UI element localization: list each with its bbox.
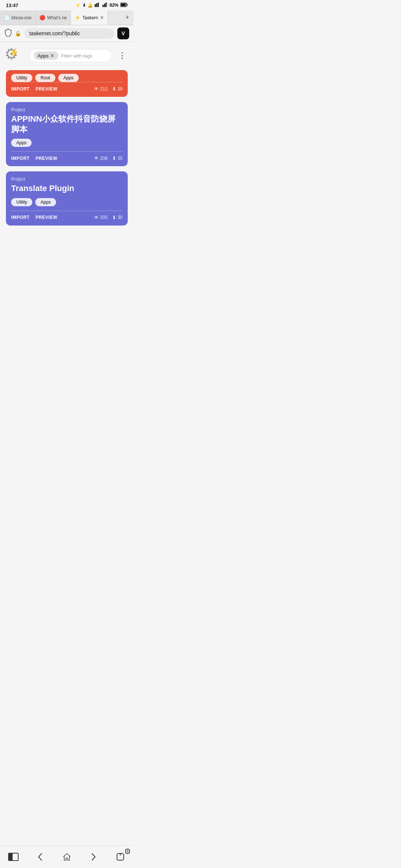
svg-rect-6 [107, 3, 108, 7]
translate-views-count: 205 [100, 215, 108, 220]
remove-tag-button[interactable]: ✕ [50, 53, 55, 59]
card-appinn-title: APPINN小众软件抖音防烧屏脚本 [11, 114, 123, 134]
translate-download-icon: ⬇ [112, 215, 116, 220]
svg-rect-9 [121, 4, 126, 6]
card-divider [11, 82, 123, 82]
translate-eye-icon: 👁 [94, 215, 99, 220]
tag-utility[interactable]: Utility [11, 74, 32, 82]
tab-icon-btsow: 📄 [4, 15, 10, 20]
translate-preview-button[interactable]: PREVIEW [36, 215, 58, 220]
partial-views-stat: 👁 212 [94, 86, 108, 92]
partial-card-stats: 👁 212 ⬇ 39 [94, 86, 123, 92]
tab-icon-taskernet: ⚡ [75, 15, 81, 20]
card-translate-stats: 👁 205 ⬇ 30 [94, 215, 123, 220]
filter-placeholder: Filter with tags [61, 53, 92, 59]
svg-rect-2 [98, 3, 99, 7]
card-translate: Project Translate Plugin Utility Apps IM… [6, 171, 128, 226]
card-translate-footer: IMPORT PREVIEW 👁 205 ⬇ 30 [11, 215, 123, 220]
appinn-views-count: 208 [100, 156, 108, 161]
more-menu-button[interactable]: ⋮ [117, 51, 128, 60]
address-bar: 🔒 V [0, 25, 134, 42]
page-content: ⚙ ⚡ Apps ✕ Filter with tags ⋮ Utility Ro… [0, 42, 134, 235]
status-icons: ⚡ ⬇ 🔔 82% [75, 3, 128, 8]
translate-downloads-count: 30 [118, 215, 123, 220]
svg-rect-0 [95, 4, 96, 7]
appinn-download-icon: ⬇ [112, 155, 116, 161]
new-tab-button[interactable]: + [121, 10, 134, 25]
status-time: 13:47 [6, 3, 18, 8]
tab-label-btsow: btsow.one [12, 15, 32, 20]
tag-apps[interactable]: Apps [58, 74, 79, 82]
translate-tag-apps[interactable]: Apps [35, 198, 56, 206]
notification-icon: 🔔 [88, 3, 93, 8]
svg-rect-1 [96, 3, 97, 7]
card-appinn-type: Project [11, 107, 123, 112]
flash-icon: ⚡ [75, 3, 81, 8]
card-appinn-footer: IMPORT PREVIEW 👁 208 ⬇ 35 [11, 155, 123, 161]
browser-logo[interactable]: V [117, 27, 129, 39]
appinn-downloads-stat: ⬇ 35 [112, 155, 123, 161]
partial-card-footer: IMPORT PREVIEW 👁 212 ⬇ 39 [11, 86, 123, 92]
download-icon: ⬇ [82, 3, 86, 8]
partial-card-actions: IMPORT PREVIEW [11, 86, 58, 92]
tab-bar: 📄 btsow.one 🔴 What's ne ⚡ Taskern ✕ + [0, 10, 134, 25]
appinn-import-button[interactable]: IMPORT [11, 156, 30, 161]
svg-rect-4 [104, 4, 105, 7]
partial-views-count: 212 [100, 86, 108, 92]
eye-icon: 👁 [94, 86, 99, 92]
translate-import-button[interactable]: IMPORT [11, 215, 30, 220]
appinn-views-stat: 👁 208 [94, 155, 108, 161]
tab-label-taskernet: Taskern [82, 15, 98, 20]
tag-root[interactable]: Root [35, 74, 55, 82]
card-appinn-actions: IMPORT PREVIEW [11, 156, 58, 161]
address-input[interactable] [24, 28, 114, 39]
battery-icon [120, 3, 128, 8]
status-bar: 13:47 ⚡ ⬇ 🔔 82% [0, 0, 134, 10]
partial-card-tags: Utility Root Apps [11, 70, 123, 82]
card-translate-title: Translate Plugin [11, 183, 123, 194]
download-stat-icon: ⬇ [112, 86, 116, 92]
signal-icon [102, 3, 108, 8]
appinn-tag-apps[interactable]: Apps [11, 139, 32, 147]
card-translate-type: Project [11, 177, 123, 182]
partial-downloads-count: 39 [118, 86, 123, 92]
partial-preview-button[interactable]: PREVIEW [36, 86, 58, 92]
lock-icon: 🔒 [15, 30, 21, 36]
tab-whats-new[interactable]: 🔴 What's ne [36, 10, 71, 25]
svg-rect-3 [102, 5, 104, 7]
app-logo: ⚙ ⚡ [6, 46, 25, 65]
card-appinn-stats: 👁 208 ⬇ 35 [94, 155, 123, 161]
appinn-eye-icon: 👁 [94, 155, 99, 161]
translate-downloads-stat: ⬇ 30 [112, 215, 123, 220]
translate-views-stat: 👁 205 [94, 215, 108, 220]
shield-icon [4, 29, 12, 39]
app-header: ⚙ ⚡ Apps ✕ Filter with tags ⋮ [6, 46, 128, 65]
appinn-preview-button[interactable]: PREVIEW [36, 156, 58, 161]
tab-close-button[interactable]: ✕ [100, 15, 104, 20]
translate-tag-utility[interactable]: Utility [11, 198, 32, 206]
card-appinn-tags: Apps [11, 139, 123, 147]
svg-rect-5 [105, 3, 107, 7]
network-icon [95, 3, 101, 8]
card-appinn-divider [11, 151, 123, 152]
filter-bar[interactable]: Apps ✕ Filter with tags [29, 49, 112, 62]
tab-btsow[interactable]: 📄 btsow.one [0, 10, 36, 25]
card-translate-divider [11, 211, 123, 211]
battery-text: 82% [110, 3, 118, 8]
apps-tag-label: Apps [38, 53, 49, 59]
tab-taskernet[interactable]: ⚡ Taskern ✕ [71, 10, 108, 25]
tab-icon-whats-new: 🔴 [39, 15, 45, 20]
svg-rect-8 [127, 4, 128, 6]
tab-label-whats-new: What's ne [47, 15, 67, 20]
apps-tag[interactable]: Apps ✕ [34, 52, 58, 60]
partial-card: Utility Root Apps IMPORT PREVIEW 👁 212 ⬇… [6, 70, 128, 97]
partial-downloads-stat: ⬇ 39 [112, 86, 123, 92]
card-translate-actions: IMPORT PREVIEW [11, 215, 58, 220]
card-appinn: Project APPINN小众软件抖音防烧屏脚本 Apps IMPORT PR… [6, 102, 128, 166]
appinn-downloads-count: 35 [118, 156, 123, 161]
card-translate-tags: Utility Apps [11, 198, 123, 206]
partial-import-button[interactable]: IMPORT [11, 86, 30, 92]
